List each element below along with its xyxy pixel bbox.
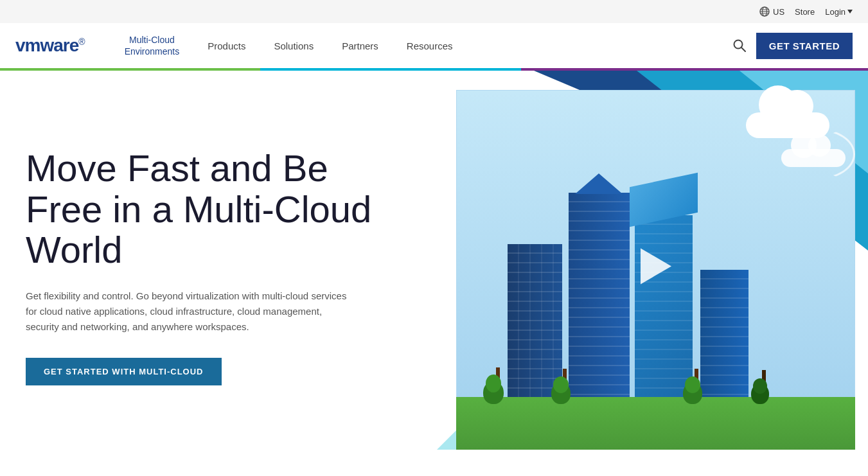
- logo-text: vmware®: [15, 35, 85, 55]
- nav-item-partners-label: Partners: [342, 40, 378, 51]
- get-started-button[interactable]: GET STARTED: [756, 33, 853, 59]
- hero-description: Get flexibility and control. Go beyond v…: [26, 288, 347, 335]
- play-icon: [641, 248, 671, 284]
- globe-icon: [759, 6, 770, 17]
- building-3: [635, 215, 693, 398]
- nav-links: Multi-CloudEnvironments Products Solutio…: [111, 23, 728, 68]
- nav-item-products-label: Products: [208, 40, 245, 51]
- tree-4-puff: [753, 378, 767, 394]
- cloud-puff-2: [781, 90, 813, 122]
- logo-reg: ®: [78, 37, 84, 47]
- tree-4-top: [751, 383, 769, 404]
- building-1: [508, 244, 562, 398]
- building-2: [569, 193, 630, 398]
- nav-item-partners[interactable]: Partners: [328, 23, 393, 68]
- svg-line-6: [741, 48, 745, 51]
- ground: [456, 397, 855, 450]
- nav-item-resources-label: Resources: [407, 40, 453, 51]
- nav-item-solutions[interactable]: Solutions: [260, 23, 328, 68]
- building-4-windows: [700, 270, 748, 398]
- building-4: [700, 270, 748, 398]
- nav-item-multi-cloud[interactable]: Multi-CloudEnvironments: [111, 23, 194, 68]
- nav-item-products[interactable]: Products: [193, 23, 260, 68]
- nav-item-solutions-label: Solutions: [274, 40, 314, 51]
- hero-cta-button[interactable]: GET STARTED WITH MULTI-CLOUD: [26, 358, 222, 385]
- tree-1: [492, 367, 504, 402]
- tree-4: [758, 370, 769, 402]
- tree-2-puff: [553, 376, 569, 393]
- city-illustration-frame[interactable]: [456, 90, 855, 450]
- store-link[interactable]: Store: [795, 7, 815, 17]
- site-logo[interactable]: vmware®: [15, 35, 85, 56]
- login-button[interactable]: Login: [825, 7, 853, 17]
- region-selector[interactable]: US: [759, 6, 784, 17]
- logo-vm-part: vm: [15, 35, 40, 55]
- search-icon: [732, 39, 747, 53]
- tree-2: [559, 369, 571, 402]
- cloud-right: [746, 103, 829, 138]
- login-caret-icon: [847, 10, 853, 13]
- nav-right: GET STARTED: [728, 33, 853, 59]
- navbar: vmware® Multi-CloudEnvironments Products…: [0, 23, 868, 68]
- tree-1-puff: [486, 375, 501, 392]
- tree-3-top: [683, 382, 702, 404]
- nav-item-resources[interactable]: Resources: [393, 23, 467, 68]
- building-3-windows: [635, 215, 693, 398]
- logo-ware-part: ware: [40, 35, 78, 55]
- login-label: Login: [825, 7, 846, 17]
- nav-item-multi-cloud-label: Multi-CloudEnvironments: [125, 34, 180, 57]
- building-2-windows: [569, 193, 630, 398]
- tree-1-top: [483, 381, 504, 404]
- play-button[interactable]: [641, 248, 671, 284]
- region-label: US: [773, 7, 784, 17]
- hero-content: Move Fast and Be Free in a Multi-Cloud W…: [0, 71, 437, 450]
- search-button[interactable]: [728, 34, 751, 57]
- tree-2-top: [551, 382, 571, 404]
- building-1-columns: [508, 244, 562, 398]
- hero-section: Move Fast and Be Free in a Multi-Cloud W…: [0, 71, 868, 450]
- building-2-top: [575, 173, 623, 194]
- hero-illustration: [437, 71, 868, 450]
- top-bar: US Store Login: [0, 0, 868, 23]
- tree-3-puff: [685, 376, 700, 393]
- hero-title: Move Fast and Be Free in a Multi-Cloud W…: [26, 148, 398, 270]
- tree-3: [691, 369, 702, 402]
